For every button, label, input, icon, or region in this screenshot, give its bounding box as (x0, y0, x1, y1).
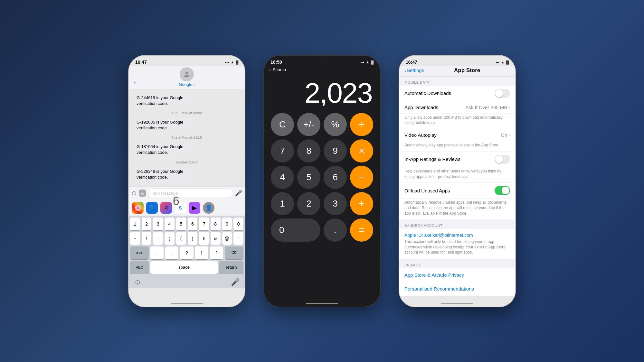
appstore-app-icon[interactable]: 🔵 (146, 202, 158, 214)
sandbox-id-cell[interactable]: Apple ID: axelkarl@btinternet.com This a… (399, 229, 515, 259)
calc-back-label[interactable]: Search (273, 67, 286, 72)
key-slash[interactable]: / (142, 232, 152, 245)
key-semi[interactable]: ; (165, 232, 175, 245)
calc-row-2: 7 8 9 × (269, 139, 375, 162)
calc-btn-plusminus[interactable]: +/- (297, 113, 320, 136)
automatic-downloads-cell[interactable]: Automatic Downloads (399, 86, 515, 101)
key-2[interactable]: 2 (142, 218, 152, 230)
input-icons: ⊙ A (131, 189, 146, 197)
app-icons-row: 🌸 🔵 ♫ S 6 ▶ 👤 (129, 200, 245, 216)
battery-icon-3: ▓ (506, 60, 509, 64)
calc-btn-4[interactable]: 4 (271, 166, 294, 189)
calc-btn-3[interactable]: 3 (324, 192, 347, 215)
photos-app-icon[interactable]: 🌸 (132, 202, 144, 214)
key-comma[interactable]: , (165, 246, 178, 259)
calc-btn-multiply[interactable]: × (350, 139, 373, 162)
sandbox-apple-id[interactable]: Apple ID: axelkarl@btinternet.com (404, 233, 510, 238)
svg-point-0 (185, 72, 188, 74)
offload-unused-label: Offload Unused Apps (404, 188, 450, 193)
calc-btn-7[interactable]: 7 (271, 139, 294, 162)
key-return[interactable]: return (219, 261, 243, 274)
key-rparen[interactable]: ) (188, 232, 198, 245)
key-at[interactable]: @ (222, 232, 232, 245)
calc-btn-decimal[interactable]: . (324, 218, 347, 242)
camera-icon[interactable]: ⊙ (131, 189, 137, 197)
calc-display: 2,023 (264, 72, 380, 110)
automatic-downloads-label: Automatic Downloads (404, 90, 451, 96)
calc-btn-percent[interactable]: % (324, 113, 347, 136)
appstore-icon[interactable]: A (139, 190, 146, 197)
key-9[interactable]: 9 (222, 218, 232, 230)
user-avatar-icon[interactable]: 👤 (203, 202, 214, 214)
music-app-icon[interactable]: ♫ (160, 202, 172, 214)
calc-btn-8[interactable]: 8 (297, 139, 320, 162)
calc-back-arrow: ‹ (269, 67, 271, 72)
key-special[interactable]: #+= (130, 246, 149, 259)
calc-btn-subtract[interactable]: − (350, 166, 373, 189)
arcade-privacy-cell[interactable]: App Store & Arcade Privacy (399, 268, 515, 282)
key-quote[interactable]: " (233, 232, 243, 245)
key-amp[interactable]: & (211, 232, 221, 245)
podcasts-app-icon[interactable]: ▶ (189, 202, 200, 214)
messages-header: ‹ Google › (129, 66, 245, 90)
calc-btn-divide[interactable]: ÷ (350, 113, 373, 136)
in-app-ratings-toggle[interactable] (495, 155, 510, 164)
key-question[interactable]: ? (180, 246, 193, 259)
video-autoplay-desc: Automatically play app preview videos in… (399, 141, 515, 152)
calc-btn-1[interactable]: 1 (271, 192, 294, 215)
calc-btn-6[interactable]: 6 (324, 166, 347, 189)
sandbox-header: SANDBOX ACCOUNT (399, 220, 515, 229)
key-space[interactable]: space (150, 261, 218, 274)
key-0[interactable]: 0 (233, 218, 243, 230)
offload-unused-cell[interactable]: Offload Unused Apps (399, 183, 515, 199)
message-text-field[interactable]: Text Message (148, 189, 233, 198)
key-period[interactable]: . (150, 246, 164, 259)
big-number: 6 (173, 194, 179, 208)
video-autoplay-cell[interactable]: Video Autoplay On › (399, 129, 515, 141)
key-6[interactable]: 6 (188, 218, 198, 230)
calc-btn-equals[interactable]: = (350, 218, 373, 242)
calc-btn-9[interactable]: 9 (324, 139, 347, 162)
app-downloads-cell[interactable]: App Downloads Ask If Over 200 MB › (399, 101, 515, 114)
personalised-recs-cell[interactable]: Personalised Recommendations (399, 282, 515, 296)
key-delete[interactable]: ⌫ (225, 246, 243, 259)
mic-icon[interactable]: 🎤 (231, 278, 240, 286)
key-1[interactable]: 1 (130, 218, 140, 230)
key-exclaim[interactable]: ! (195, 246, 208, 259)
phone-messages: 16:47 ▪▪▪ ▲ ▓ ‹ Google › G-244619 is you… (129, 56, 245, 307)
key-abc[interactable]: ABC (130, 261, 149, 274)
personalised-recs-link[interactable]: Personalised Recommendations (404, 286, 474, 292)
key-5[interactable]: 5 (176, 218, 186, 230)
offload-unused-toggle[interactable] (495, 186, 510, 195)
contact-name[interactable]: Google › (134, 82, 240, 87)
key-4[interactable]: 4 (165, 218, 175, 230)
microphone-icon[interactable]: 🎤 (235, 190, 242, 197)
calc-btn-2[interactable]: 2 (297, 192, 320, 215)
calc-row-4: 1 2 3 + (269, 192, 375, 215)
calc-btn-5[interactable]: 5 (297, 166, 320, 189)
emoji-icon[interactable]: ☺ (134, 278, 141, 286)
key-dash[interactable]: - (130, 232, 140, 245)
home-indicator-3 (441, 303, 473, 304)
home-indicator-2 (306, 303, 338, 304)
calc-row-5: 0 . = (269, 218, 375, 242)
key-pound[interactable]: £ (199, 232, 209, 245)
calc-btn-add[interactable]: + (350, 192, 373, 215)
automatic-downloads-toggle[interactable] (495, 89, 510, 98)
back-chevron-icon: ‹ (404, 68, 406, 73)
key-8[interactable]: 8 (211, 218, 221, 230)
settings-back-button[interactable]: ‹ Settings (404, 68, 424, 73)
calc-btn-0[interactable]: 0 (271, 218, 320, 242)
in-app-ratings-cell[interactable]: In-App Ratings & Reviews (399, 152, 515, 167)
time-1: 16:47 (135, 60, 147, 65)
arcade-privacy-link[interactable]: App Store & Arcade Privacy (404, 272, 464, 278)
key-apostrophe[interactable]: ' (210, 246, 223, 259)
key-colon[interactable]: : (153, 232, 163, 245)
key-lparen[interactable]: ( (176, 232, 186, 245)
calc-btn-c[interactable]: C (271, 113, 294, 136)
key-7[interactable]: 7 (199, 218, 209, 230)
key-3[interactable]: 3 (153, 218, 163, 230)
phone-settings: 16:47 ▪▪▪ ▲ ▓ ‹ Settings App Store MOBIL… (399, 56, 515, 307)
back-button-messages[interactable]: ‹ (134, 79, 136, 85)
special-row: #+= . , ? ! ' ⌫ (130, 246, 243, 259)
